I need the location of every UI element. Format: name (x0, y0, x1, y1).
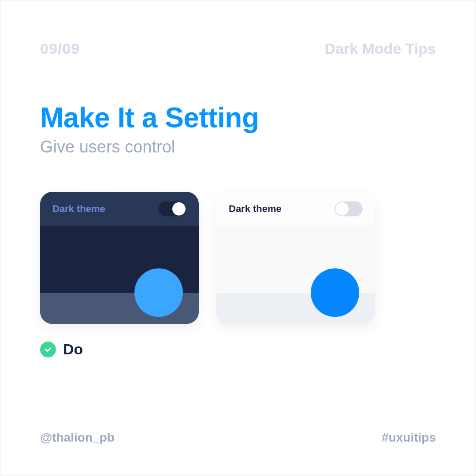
page-counter: 09/09 (40, 40, 80, 57)
dark-theme-toggle-off[interactable] (335, 201, 363, 216)
verdict-row: Do (40, 341, 436, 358)
subtitle: Give users control (40, 138, 436, 156)
fab-button-dark[interactable] (134, 268, 183, 317)
example-card-light: Dark theme (216, 192, 375, 324)
card-header-dark: Dark theme (40, 192, 199, 226)
dark-theme-toggle-on[interactable] (158, 201, 186, 216)
toggle-label-light: Dark theme (229, 203, 282, 215)
series-title: Dark Mode Tips (324, 40, 436, 57)
hashtag: #uxuitips (382, 431, 436, 445)
header-row: 09/09 Dark Mode Tips (40, 40, 436, 57)
footer-row: @thalion_pb #uxuitips (40, 431, 436, 445)
card-header-light: Dark theme (216, 192, 375, 226)
author-handle: @thalion_pb (40, 431, 115, 445)
check-icon (40, 342, 56, 357)
toggle-label-dark: Dark theme (52, 203, 105, 215)
toggle-knob (172, 202, 186, 216)
fab-button-light[interactable] (311, 268, 359, 317)
verdict-label: Do (63, 341, 83, 358)
cards-row: Dark theme Dark theme (40, 192, 436, 324)
example-card-dark: Dark theme (40, 192, 199, 324)
toggle-knob (335, 202, 349, 216)
main-title: Make It a Setting (40, 101, 436, 134)
